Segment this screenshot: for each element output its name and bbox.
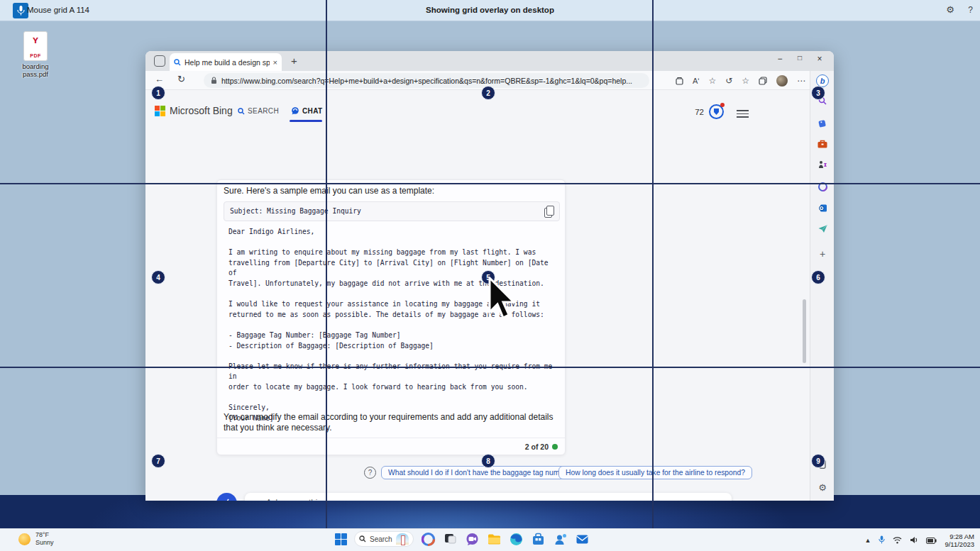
collections-icon[interactable] — [759, 77, 767, 85]
tab-actions-icon[interactable] — [676, 77, 683, 85]
search-icon — [359, 535, 366, 542]
edge-sidebar: b + ⚙ — [810, 71, 834, 501]
more-menu-icon[interactable]: ⋯ — [797, 76, 805, 86]
tray-microphone-icon[interactable] — [879, 534, 885, 547]
volume-icon[interactable] — [910, 534, 918, 547]
sidebar-shopping-icon[interactable] — [810, 118, 835, 130]
tab-search[interactable]: SEARCH — [238, 107, 279, 115]
weather-widget[interactable]: 78°F Sunny — [18, 531, 54, 547]
bing-chat-page: Microsoft Bing SEARCH CHAT 72 Sure. — [145, 90, 809, 501]
grid-line-vertical-2 — [652, 0, 654, 528]
system-tray: ▲ 9:28 AM 9/11/2023 — [865, 529, 974, 551]
sidebar-outlook-icon[interactable] — [810, 204, 835, 215]
sidebar-drop-icon[interactable] — [810, 225, 835, 235]
back-icon[interactable]: ← — [155, 74, 164, 84]
new-tab-icon[interactable]: + — [291, 55, 297, 67]
task-view-icon[interactable] — [443, 532, 458, 547]
pdf-logo-glyph: ʏ — [24, 34, 47, 45]
answer-outro-text: You can modify the email according to yo… — [224, 412, 560, 433]
copy-icon[interactable] — [544, 206, 554, 217]
tab-workspaces-icon[interactable] — [154, 55, 165, 67]
lock-icon — [211, 77, 217, 84]
page-scrollbar-thumb[interactable] — [803, 299, 806, 363]
bing-chat-icon[interactable]: b — [810, 74, 835, 87]
emoji-icon[interactable]: ☺ — [253, 499, 261, 501]
grid-cell-number-1[interactable]: 1 — [151, 86, 165, 100]
people-icon[interactable] — [553, 532, 568, 547]
tab-strip: Help me build a design specifica × + − □… — [145, 51, 834, 71]
profile-avatar[interactable] — [776, 75, 788, 87]
file-explorer-icon[interactable] — [487, 532, 502, 547]
grid-line-horizontal-2 — [0, 367, 980, 368]
suggestion-chip-2[interactable]: How long does it usually take for the ai… — [558, 466, 752, 479]
status-dot — [552, 444, 558, 450]
sidebar-tools-icon[interactable] — [810, 140, 835, 150]
tab-search-favicon — [174, 59, 181, 66]
sidebar-add-icon[interactable]: + — [810, 248, 835, 260]
address-bar[interactable]: https://www.bing.com/search?q=Help+me+bu… — [204, 73, 649, 88]
new-topic-broom-icon[interactable] — [216, 493, 237, 501]
taskbar-search[interactable]: Search — [354, 531, 414, 547]
pdf-file-icon: ʏ PDF — [23, 31, 48, 61]
outlook-mail-icon[interactable] — [575, 532, 590, 547]
taskbar-search-label: Search — [370, 535, 392, 543]
hamburger-menu-icon[interactable] — [737, 108, 749, 120]
grid-cell-number-4[interactable]: 4 — [151, 270, 165, 284]
chat-input-box[interactable]: ☺ 0/2000 — [245, 493, 732, 501]
sidebar-settings-gear-icon[interactable]: ⚙ — [810, 482, 835, 493]
grid-cell-number-6[interactable]: 6 — [811, 270, 825, 284]
toolbar-actions: Aʹ ☆ ↺ ☆ ⋯ — [676, 71, 805, 90]
pdf-badge: PDF — [24, 53, 47, 58]
copilot-icon[interactable] — [421, 532, 436, 547]
suggestions-help-icon[interactable]: ? — [364, 467, 376, 479]
tab-close-icon[interactable]: × — [273, 58, 277, 67]
grid-cell-number-7[interactable]: 7 — [151, 454, 165, 468]
grid-cell-number-3[interactable]: 3 — [811, 86, 825, 100]
grid-cell-number-2[interactable]: 2 — [481, 86, 495, 100]
window-maximize-icon[interactable]: □ — [790, 54, 810, 62]
window-close-icon[interactable]: × — [810, 54, 830, 64]
microsoft-store-icon[interactable] — [531, 532, 546, 547]
turn-counter: 2 of 20 — [525, 443, 549, 451]
sidebar-games-icon[interactable] — [810, 160, 835, 172]
bing-header: Microsoft Bing SEARCH CHAT 72 — [145, 101, 809, 126]
search-icon — [238, 108, 245, 115]
voice-access-bar: Mouse grid A 114 Showing grid overlay on… — [0, 0, 980, 21]
window-minimize-icon[interactable]: − — [770, 54, 790, 64]
battery-icon[interactable] — [926, 534, 937, 547]
ask-input[interactable] — [266, 498, 479, 501]
voice-settings-gear-icon[interactable]: ⚙ — [946, 4, 954, 15]
mouse-cursor — [487, 277, 519, 323]
favorites-bar-icon[interactable]: ☆ — [742, 76, 749, 86]
tab-chat[interactable]: CHAT — [291, 107, 323, 115]
browser-tab[interactable]: Help me build a design specifica × — [170, 53, 282, 71]
favorites-add-icon[interactable]: ☆ — [708, 76, 716, 86]
bing-brand[interactable]: Microsoft Bing — [170, 105, 233, 116]
rewards-points: 72 — [695, 108, 704, 116]
tray-chevron-icon[interactable]: ▲ — [865, 537, 871, 544]
rewards-widget[interactable]: 72 — [695, 104, 724, 119]
rewards-medal-icon — [709, 104, 724, 119]
subject-code-block: Subject: Missing Baggage Inquiry — [224, 201, 560, 221]
microsoft-logo — [155, 106, 165, 116]
browser-essentials-icon[interactable]: ↺ — [725, 76, 732, 86]
answer-footer: 2 of 20 — [217, 438, 565, 455]
desktop-shortcut-boarding-pass[interactable]: ʏ PDF boarding pass.pdf — [13, 31, 58, 78]
desktop: Mouse grid A 114 Showing grid overlay on… — [0, 0, 980, 551]
refresh-icon[interactable]: ↻ — [177, 74, 185, 84]
teams-chat-icon[interactable] — [465, 532, 480, 547]
wifi-icon[interactable] — [893, 534, 902, 547]
grid-cell-number-9[interactable]: 9 — [811, 454, 825, 468]
suggestion-chip-1[interactable]: What should I do if I don't have the bag… — [381, 466, 581, 479]
read-aloud-icon[interactable]: Aʹ — [693, 77, 699, 85]
taskbar-clock[interactable]: 9:28 AM 9/11/2023 — [945, 533, 974, 548]
grid-cell-number-8[interactable]: 8 — [481, 454, 495, 468]
edge-icon[interactable] — [509, 532, 524, 547]
sun-icon — [18, 533, 31, 545]
weather-condition: Sunny — [35, 539, 54, 546]
windows-taskbar: 78°F Sunny Search ▲ — [0, 528, 980, 551]
clock-date: 9/11/2023 — [945, 540, 974, 548]
voice-help-icon[interactable]: ? — [968, 5, 973, 15]
start-button[interactable] — [335, 533, 347, 545]
notification-dot — [720, 103, 725, 107]
